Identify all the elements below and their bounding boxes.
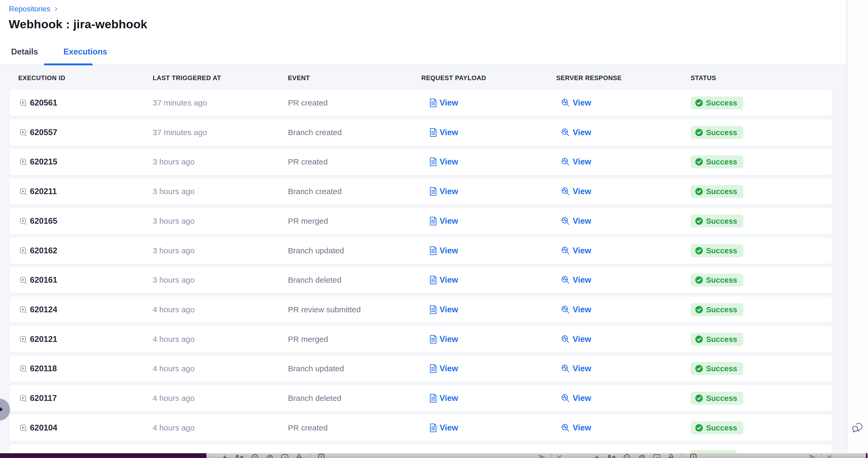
execution-id-cell: 620211 xyxy=(20,187,57,196)
table-row: 620124 4 hours ago PR review submitted V… xyxy=(9,296,832,323)
server-response-view-link[interactable]: View xyxy=(561,423,591,433)
col-header-event: EVENT xyxy=(288,74,310,82)
view-link-label: View xyxy=(439,98,458,108)
search-response-icon xyxy=(561,246,570,255)
chat-bubbles-icon[interactable] xyxy=(852,422,864,434)
execution-play-icon xyxy=(20,188,27,195)
format-text-icon[interactable]: Aa xyxy=(235,454,244,458)
webhook-executions-page: Repositories Webhook : jira-webhook Deta… xyxy=(0,0,868,458)
status-badge-label: Success xyxy=(706,128,737,137)
execution-play-icon xyxy=(20,424,27,431)
server-response-view-link[interactable]: View xyxy=(561,393,591,403)
execution-play-icon xyxy=(20,276,27,284)
execution-play-icon xyxy=(20,99,27,106)
request-payload-view-link[interactable]: View xyxy=(430,98,458,108)
document-icon xyxy=(430,394,437,403)
last-triggered-at: 4 hours ago xyxy=(153,305,194,314)
server-response-view-link[interactable]: View xyxy=(561,216,591,226)
status-badge-label: Success xyxy=(706,247,737,255)
request-payload-view-link[interactable]: View xyxy=(430,364,458,373)
view-link-label: View xyxy=(439,334,458,344)
request-payload-view-link[interactable]: View xyxy=(430,334,458,344)
event-label: Branch updated xyxy=(288,246,344,255)
last-triggered-at: 37 minutes ago xyxy=(153,98,207,107)
execution-play-icon xyxy=(20,247,27,254)
execution-id: 620215 xyxy=(30,157,57,167)
slash-command-icon[interactable]: / xyxy=(318,454,324,458)
microphone-icon[interactable] xyxy=(297,454,302,458)
server-response-view-link[interactable]: View xyxy=(561,128,591,137)
status-badge: Success xyxy=(691,244,743,257)
document-icon xyxy=(430,98,437,107)
send-icon[interactable] xyxy=(808,454,816,458)
document-icon xyxy=(430,157,437,166)
tab-executions[interactable]: Executions xyxy=(63,47,107,57)
server-response-view-link[interactable]: View xyxy=(561,364,591,373)
execution-id: 620561 xyxy=(30,98,57,108)
document-icon xyxy=(430,305,437,314)
server-response-view-link[interactable]: View xyxy=(561,305,591,315)
execution-id: 620211 xyxy=(30,187,57,196)
request-payload-view-link[interactable]: View xyxy=(430,305,458,315)
success-check-icon xyxy=(695,306,703,314)
document-icon xyxy=(430,187,437,196)
view-link-label: View xyxy=(439,128,458,137)
emoji-icon[interactable] xyxy=(251,454,258,458)
execution-id: 620104 xyxy=(30,423,57,433)
request-payload-view-link[interactable]: View xyxy=(430,128,458,137)
col-header-server-response: SERVER RESPONSE xyxy=(556,74,622,82)
execution-play-icon xyxy=(20,336,27,343)
view-link-label: View xyxy=(439,216,458,226)
chevron-down-icon[interactable] xyxy=(827,454,832,458)
request-payload-view-link[interactable]: View xyxy=(430,246,458,256)
emoji-icon[interactable] xyxy=(623,454,630,458)
breadcrumb-repositories-link[interactable]: Repositories xyxy=(9,5,50,13)
chevron-down-icon[interactable] xyxy=(556,454,562,458)
server-response-view-link[interactable]: View xyxy=(561,334,591,344)
video-clip-icon[interactable] xyxy=(653,454,660,458)
status-badge: Success xyxy=(691,303,743,316)
execution-id: 620161 xyxy=(30,275,57,285)
video-clip-icon[interactable] xyxy=(281,454,288,458)
request-payload-view-link[interactable]: View xyxy=(430,187,458,196)
execution-play-icon xyxy=(20,158,27,166)
last-triggered-at: 3 hours ago xyxy=(153,275,194,285)
format-text-icon[interactable]: Aa xyxy=(607,454,616,458)
last-triggered-at: 4 hours ago xyxy=(153,394,194,403)
execution-play-icon xyxy=(20,365,27,372)
request-payload-view-link[interactable]: View xyxy=(430,275,458,285)
request-payload-view-link[interactable]: View xyxy=(430,157,458,167)
tab-details[interactable]: Details xyxy=(11,47,38,57)
mention-icon[interactable]: @ xyxy=(266,454,273,458)
mention-icon[interactable]: @ xyxy=(638,454,645,458)
request-payload-view-link[interactable]: View xyxy=(430,423,458,433)
background-window-edge xyxy=(866,453,867,458)
send-icon[interactable] xyxy=(538,454,546,458)
event-label: Branch created xyxy=(288,187,342,196)
server-response-view-link[interactable]: View xyxy=(561,187,591,196)
server-response-view-link[interactable]: View xyxy=(561,246,591,256)
view-link-label: View xyxy=(439,364,458,373)
plus-icon[interactable]: + xyxy=(595,454,599,458)
request-payload-view-link[interactable]: View xyxy=(430,393,458,403)
search-response-icon xyxy=(561,187,570,196)
server-response-view-link[interactable]: View xyxy=(561,157,591,167)
view-link-label: View xyxy=(573,334,591,344)
toolbar-divider xyxy=(821,454,822,458)
server-response-view-link[interactable]: View xyxy=(561,98,591,108)
view-link-label: View xyxy=(439,275,458,285)
status-badge: Success xyxy=(691,362,743,375)
microphone-icon[interactable] xyxy=(669,454,674,458)
view-link-label: View xyxy=(573,364,591,373)
request-payload-view-link[interactable]: View xyxy=(430,216,458,226)
search-response-icon xyxy=(561,157,570,166)
success-check-icon xyxy=(695,247,703,255)
slash-command-icon[interactable]: / xyxy=(690,454,696,458)
status-badge-label: Success xyxy=(706,217,737,226)
search-response-icon xyxy=(561,394,570,403)
execution-id-cell: 620161 xyxy=(20,275,57,285)
document-icon xyxy=(430,335,437,344)
right-rail-divider xyxy=(846,0,847,458)
server-response-view-link[interactable]: View xyxy=(561,275,591,285)
plus-icon[interactable]: + xyxy=(223,454,227,458)
